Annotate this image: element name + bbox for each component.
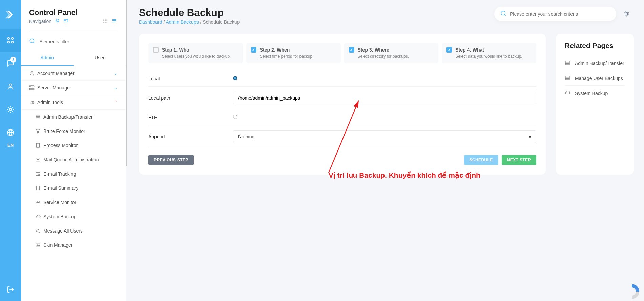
cloud-icon <box>35 214 43 219</box>
rail-dashboard[interactable] <box>0 29 21 52</box>
svg-rect-8 <box>105 19 106 20</box>
nav-item-email-tracking[interactable]: E-mail Tracking <box>21 167 126 181</box>
section-server-manager[interactable]: Server Manager ⌄ <box>21 81 126 95</box>
svg-rect-10 <box>103 20 104 21</box>
annotation-text: Vị trí lưu Backup. Khuyến khích để mặc đ… <box>329 171 480 179</box>
local-path-input[interactable] <box>233 92 536 104</box>
svg-rect-25 <box>36 117 40 118</box>
crumb-dashboard[interactable]: Dashboard <box>139 19 162 25</box>
pin-icon[interactable] <box>55 18 60 24</box>
schedule-button[interactable]: SCHEDULE <box>464 155 498 165</box>
megaphone-icon <box>35 228 43 234</box>
related-title: Related Pages <box>565 42 625 50</box>
step-where[interactable]: Step 3: Where Select directory for backu… <box>344 43 439 63</box>
svg-rect-27 <box>36 143 39 147</box>
page-title: Schedule Backup <box>139 7 240 18</box>
step-who-checkbox[interactable] <box>153 47 159 53</box>
svg-point-2 <box>8 41 10 43</box>
svg-rect-39 <box>565 62 569 63</box>
search-icon <box>29 38 35 45</box>
previous-step-button[interactable]: PREVIOUS STEP <box>148 155 194 165</box>
svg-rect-38 <box>565 61 569 62</box>
svg-point-21 <box>30 89 31 89</box>
svg-point-37 <box>626 15 627 16</box>
svg-rect-24 <box>36 115 40 116</box>
svg-point-16 <box>30 39 34 43</box>
clipboard-icon <box>35 143 43 148</box>
related-system-backup[interactable]: System Backup <box>565 86 625 100</box>
rail-messages[interactable]: 3 <box>0 52 21 75</box>
local-path-label: Local path <box>148 95 233 101</box>
nav-item-brute-force[interactable]: Brute Force Monitor <box>21 124 126 138</box>
rail-language[interactable]: EN <box>0 140 21 150</box>
search-icon <box>500 10 506 18</box>
ftp-radio[interactable] <box>233 115 237 119</box>
elements-filter-input[interactable] <box>39 39 118 44</box>
svg-point-35 <box>625 12 626 13</box>
svg-rect-26 <box>36 118 40 119</box>
svg-rect-41 <box>565 76 569 77</box>
chevron-down-icon: ⌄ <box>113 71 118 76</box>
svg-point-30 <box>38 174 40 176</box>
tab-user[interactable]: User <box>74 50 126 66</box>
recaptcha-badge <box>622 283 642 301</box>
svg-point-1 <box>12 38 14 40</box>
storage-icon <box>565 75 571 81</box>
storage-icon <box>565 60 571 66</box>
section-account-manager[interactable]: Account Manager ⌄ <box>21 66 126 81</box>
rail-user[interactable] <box>0 75 21 98</box>
server-icon <box>29 85 37 91</box>
rail-settings[interactable] <box>0 98 21 121</box>
nav-item-message-all[interactable]: Message All Users <box>21 224 126 238</box>
nav-item-skin-manager[interactable]: Skin Manager <box>21 238 126 252</box>
filter-button[interactable] <box>620 7 634 21</box>
nav-item-service-monitor[interactable]: Service Monitor <box>21 195 126 209</box>
svg-point-17 <box>31 72 33 73</box>
related-backup-transfer[interactable]: Admin Backup/Transfer <box>565 56 625 71</box>
related-manage-user-backups[interactable]: Manage User Backups <box>565 71 625 86</box>
backup-form-card: Step 1: Who Select users you would like … <box>139 34 546 175</box>
section-admin-tools[interactable]: Admin Tools ⌃ <box>21 95 126 110</box>
crumb-admin-backups[interactable]: Admin Backups <box>166 19 199 25</box>
search-input[interactable] <box>510 11 610 17</box>
step-who[interactable]: Step 1: Who Select users you would like … <box>148 43 243 63</box>
messages-badge: 3 <box>10 57 16 63</box>
user-icon <box>29 71 37 76</box>
nav-item-email-summary[interactable]: E-mail Summary <box>21 181 126 195</box>
svg-rect-32 <box>36 243 40 247</box>
nav-item-process-monitor[interactable]: Process Monitor <box>21 138 126 153</box>
svg-rect-29 <box>36 172 40 175</box>
nav-item-backup-transfer[interactable]: Admin Backup/Transfer <box>21 110 126 124</box>
chart-icon <box>35 200 43 205</box>
chevron-down-icon: ▾ <box>529 134 531 139</box>
nav-title: Control Panel <box>29 8 78 17</box>
append-select[interactable]: Nothing ▾ <box>233 130 536 143</box>
step-where-checkbox[interactable] <box>349 47 354 53</box>
tracking-icon <box>35 171 43 177</box>
next-step-button[interactable]: NEXT STEP <box>502 155 536 165</box>
svg-rect-9 <box>106 19 107 20</box>
tab-admin[interactable]: Admin <box>21 50 74 66</box>
step-what-checkbox[interactable] <box>446 47 452 53</box>
step-what[interactable]: Step 4: What Select data you would like … <box>442 43 536 63</box>
search-box <box>494 7 616 21</box>
nav-item-system-backup[interactable]: System Backup <box>21 209 126 224</box>
related-pages-card: Related Pages Admin Backup/Transfer Mana… <box>556 34 634 175</box>
step-when[interactable]: Step 2: When Select time period for back… <box>246 43 341 63</box>
logo[interactable] <box>0 0 21 29</box>
step-when-checkbox[interactable] <box>251 47 256 53</box>
svg-point-20 <box>30 86 31 87</box>
chevron-down-icon: ⌄ <box>113 85 118 91</box>
chevron-up-icon: ⌃ <box>113 100 118 105</box>
grid-view-icon[interactable] <box>103 18 108 25</box>
nav-item-mail-queue[interactable]: Mail Queue Administration <box>21 153 126 167</box>
svg-point-22 <box>30 101 32 102</box>
list-view-icon[interactable] <box>111 18 117 25</box>
image-icon <box>35 242 43 248</box>
sort-icon[interactable] <box>63 18 68 25</box>
cloud-icon <box>565 90 571 96</box>
local-radio[interactable] <box>233 76 237 80</box>
svg-rect-7 <box>103 19 104 20</box>
rail-logout[interactable] <box>0 278 21 301</box>
svg-point-33 <box>37 244 38 245</box>
